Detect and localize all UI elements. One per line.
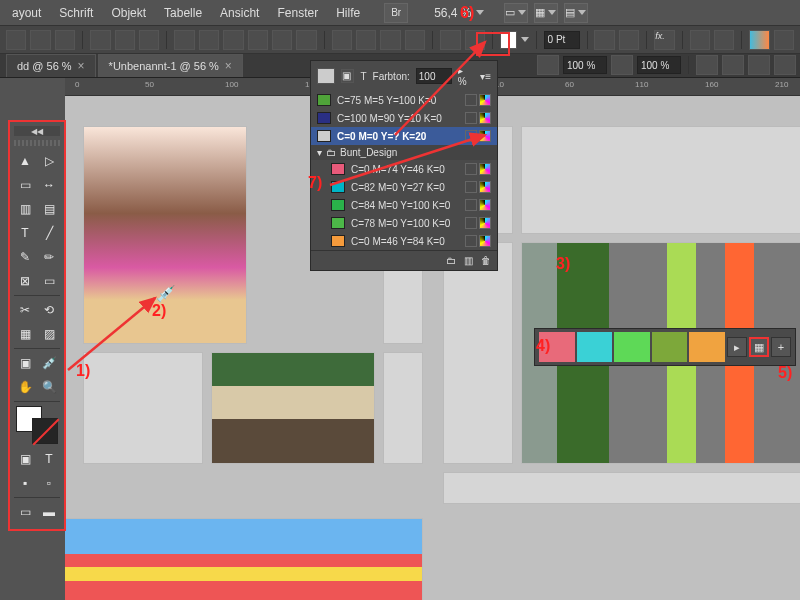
theme-color[interactable] (689, 332, 725, 362)
swatch-row[interactable]: C=84 M=0 Y=100 K=0 (311, 196, 497, 214)
apply-color-icon[interactable]: ▪ (14, 472, 36, 494)
swatch-row[interactable]: C=75 M=5 Y=100 K=0 (311, 91, 497, 109)
cb-icon[interactable] (748, 55, 770, 75)
hand-tool[interactable]: ✋ (14, 376, 36, 398)
eyedropper-tool[interactable]: 💉 (38, 352, 60, 374)
add-to-swatches-icon[interactable]: ▦ (749, 337, 769, 357)
menu-tabelle[interactable]: Tabelle (156, 2, 210, 24)
transform-tool[interactable]: ⟲ (38, 299, 60, 321)
menu-ansicht[interactable]: Ansicht (212, 2, 267, 24)
cb-icon[interactable] (774, 30, 794, 50)
cb-icon[interactable] (749, 30, 769, 50)
menu-hilfe[interactable]: Hilfe (328, 2, 368, 24)
note-tool[interactable]: ▣ (14, 352, 36, 374)
apply-gradient-icon[interactable]: ▫ (38, 472, 60, 494)
theme-menu-icon[interactable]: ▸ (727, 337, 747, 357)
cb-icon[interactable] (223, 30, 243, 50)
stroke-weight-input[interactable] (544, 31, 580, 49)
cb-icon[interactable] (440, 30, 460, 50)
menu-objekt[interactable]: Objekt (103, 2, 154, 24)
cb-icon[interactable] (174, 30, 194, 50)
add-icon[interactable]: + (771, 337, 791, 357)
scissors-tool[interactable]: ✂ (14, 299, 36, 321)
swatch-row-selected[interactable]: C=0 M=0 Y=? K=20 (311, 127, 497, 145)
cb-icon[interactable] (272, 30, 292, 50)
theme-color[interactable] (652, 332, 688, 362)
cb-icon[interactable] (30, 30, 50, 50)
type-tool[interactable]: T (14, 222, 36, 244)
rectangle-frame-tool[interactable]: ⊠ (14, 270, 36, 292)
text-icon[interactable]: T (360, 71, 366, 82)
gradient-swatch-tool[interactable]: ▦ (14, 323, 36, 345)
new-folder-icon[interactable]: 🗀 (446, 255, 456, 266)
swatch-folder[interactable]: ▾ 🗀 Bunt_Design (311, 145, 497, 160)
cb-icon[interactable] (774, 55, 796, 75)
new-swatch-icon[interactable]: ▥ (464, 255, 473, 266)
theme-color[interactable] (539, 332, 575, 362)
fill-proxy-icon[interactable] (317, 68, 335, 84)
content-placer-tool[interactable]: ▤ (38, 198, 60, 220)
collapse-icon[interactable]: ◀◀ (14, 126, 60, 136)
cb-icon[interactable] (696, 55, 718, 75)
panel-menu-icon[interactable]: ▾≡ (480, 71, 491, 82)
theme-color[interactable] (577, 332, 613, 362)
content-collector-tool[interactable]: ▥ (14, 198, 36, 220)
swatch-row[interactable]: C=78 M=0 Y=100 K=0 (311, 214, 497, 232)
tint-input[interactable] (416, 68, 452, 84)
formatting-container-icon[interactable]: ▣ (14, 448, 36, 470)
selection-tool[interactable]: ▲ (14, 150, 36, 172)
page-tool[interactable]: ▭ (14, 174, 36, 196)
cb-icon[interactable] (537, 55, 559, 75)
swatch-row[interactable]: C=100 M=90 Y=10 K=0 (311, 109, 497, 127)
trash-icon[interactable]: 🗑 (481, 255, 491, 266)
view-mode-normal[interactable]: ▭ (14, 501, 36, 523)
theme-color[interactable] (614, 332, 650, 362)
cb-icon[interactable] (199, 30, 219, 50)
pen-tool[interactable]: ✎ (14, 246, 36, 268)
fx-icon[interactable]: fx. (654, 30, 674, 50)
cb-icon[interactable] (6, 30, 26, 50)
percent-input-a[interactable] (563, 56, 607, 74)
fill-stroke-swatch[interactable] (16, 406, 58, 444)
cb-icon[interactable] (690, 30, 710, 50)
zoom-tool[interactable]: 🔍 (38, 376, 60, 398)
formatting-text-icon[interactable]: T (38, 448, 60, 470)
bridge-icon[interactable]: Br (384, 3, 408, 23)
image-frame-girl[interactable] (83, 126, 247, 344)
rectangle-tool[interactable]: ▭ (38, 270, 60, 292)
stroke-color[interactable] (32, 418, 58, 444)
cb-icon[interactable] (714, 30, 734, 50)
screen-mode-icon[interactable]: ▭ (504, 3, 528, 23)
swatch-row[interactable]: C=0 M=46 Y=84 K=0 (311, 232, 497, 250)
cb-icon[interactable] (594, 30, 614, 50)
view-mode-preview[interactable]: ▬ (38, 501, 60, 523)
pencil-tool[interactable]: ✏ (38, 246, 60, 268)
cb-icon[interactable] (115, 30, 135, 50)
workspace-icon[interactable]: ▤ (564, 3, 588, 23)
cb-icon[interactable] (356, 30, 376, 50)
folder-toggle-icon[interactable]: ▾ (317, 147, 322, 158)
gap-tool[interactable]: ↔ (38, 174, 60, 196)
cb-icon[interactable] (296, 30, 316, 50)
swatch-row[interactable]: C=82 M=0 Y=27 K=0 (311, 178, 497, 196)
chevron-down-icon[interactable] (521, 37, 529, 42)
percent-input-b[interactable] (637, 56, 681, 74)
cb-icon[interactable] (139, 30, 159, 50)
cb-icon[interactable] (722, 55, 744, 75)
zoom-level[interactable]: 56,4 % (430, 4, 487, 22)
close-icon[interactable]: × (78, 59, 85, 73)
gradient-feather-tool[interactable]: ▨ (38, 323, 60, 345)
line-tool[interactable]: ╱ (38, 222, 60, 244)
cb-icon[interactable] (55, 30, 75, 50)
arrange-icon[interactable]: ▦ (534, 3, 558, 23)
close-icon[interactable]: × (225, 59, 232, 73)
image-frame-class[interactable] (211, 352, 375, 464)
menu-layout[interactable]: ayout (4, 2, 49, 24)
cb-icon[interactable] (611, 55, 633, 75)
document-tab-active[interactable]: *Unbenannt-1 @ 56 % × (98, 54, 243, 77)
cb-icon[interactable] (465, 30, 485, 50)
swatch-row[interactable]: C=0 M=74 Y=46 K=0 (311, 160, 497, 178)
container-icon[interactable]: ▣ (341, 69, 355, 83)
cb-icon[interactable] (90, 30, 110, 50)
menu-schrift[interactable]: Schrift (51, 2, 101, 24)
